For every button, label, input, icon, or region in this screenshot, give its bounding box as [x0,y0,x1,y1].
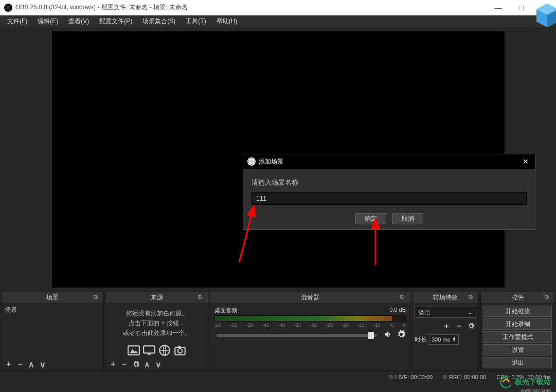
svg-rect-3 [128,346,139,354]
settings-button[interactable]: 设置 [483,344,552,355]
mixer-settings-icon[interactable] [397,330,406,341]
rec-dot-icon [443,375,447,379]
source-add-button[interactable]: + [108,359,118,369]
duration-label: 时长 [415,335,427,344]
watermark-icon [499,376,513,389]
scenes-popout-icon[interactable]: ⧉ [94,294,102,302]
bottom-panels: 场景⧉ 场景 + − ∧ ∨ 来源⧉ 您还没有添加任何源。 点击下面的 + 按钮… [0,292,556,371]
image-source-icon [127,344,140,357]
transitions-panel: 转场特效⧉ 淡出⌄ + − 时长 300 ms▲▼ [412,292,479,371]
controls-panel: 控件⧉ 开始推流 开始录制 工作室模式 设置 退出 [480,292,555,371]
volume-slider[interactable] [217,334,377,337]
watermark-text: 极光下载站 [515,378,551,387]
source-up-button[interactable]: ∧ [142,359,152,369]
source-type-icons [106,344,208,357]
mixer-title: 混音器 [301,293,319,302]
sources-popout-icon[interactable]: ⧉ [198,294,206,302]
exit-button[interactable]: 退出 [483,357,552,368]
meter-ticks: -60-55-50-45-40-35-30-25-20-15-10-50 [214,323,406,328]
menu-scenes[interactable]: 场景集合(S) [137,15,181,27]
window-title: OBS 25.0.8 (32-bit, windows) - 配置文件: 未命名… [15,3,487,12]
svg-rect-6 [148,353,151,354]
scene-name-input[interactable] [252,192,527,205]
watermark: 极光下载站 www.xz7.com [499,376,551,389]
scenes-title: 场景 [46,293,59,302]
menu-view[interactable]: 查看(V) [63,15,94,27]
dialog-ok-button[interactable]: 确定 [355,213,386,224]
menu-help[interactable]: 帮助(H) [211,15,243,27]
menu-edit[interactable]: 编辑(E) [32,15,63,27]
start-stream-button[interactable]: 开始推流 [483,306,552,317]
maximize-button[interactable]: □ [510,0,533,15]
audio-meter [214,315,406,322]
source-down-button[interactable]: ∨ [153,359,164,369]
browser-source-icon [158,344,171,357]
trans-popout-icon[interactable]: ⧉ [469,294,477,302]
svg-point-9 [178,348,183,353]
speaker-icon[interactable] [383,330,392,341]
dialog-close-button[interactable]: ✕ [521,157,531,166]
watermark-sub: www.xz7.com [521,388,551,392]
cube-overlay-icon [534,3,556,28]
trans-settings-button[interactable] [466,321,476,331]
sources-title: 来源 [151,293,163,302]
scene-down-button[interactable]: ∨ [38,359,48,369]
app-window: OBS 25.0.8 (32-bit, windows) - 配置文件: 未命名… [0,0,556,392]
menu-tools[interactable]: 工具(T) [181,15,211,27]
obs-logo-icon [4,4,12,12]
menu-file[interactable]: 文件(F) [2,15,32,27]
menu-profile[interactable]: 配置文件(P) [94,15,137,27]
sources-msg-2: 点击下面的 + 按钮， [110,318,204,328]
svg-rect-5 [144,346,155,353]
ctrl-popout-icon[interactable]: ⧉ [545,294,553,302]
mixer-popout-icon[interactable]: ⧉ [400,294,408,302]
scene-item[interactable]: 场景 [2,304,103,316]
live-dot-icon [389,375,393,379]
scene-add-button[interactable]: + [4,359,14,369]
sources-panel: 来源⧉ 您还没有添加任何源。 点击下面的 + 按钮， 或者右击此处添加一个。 +… [105,292,208,371]
dialog-cancel-button[interactable]: 取消 [392,213,423,224]
dialog-obs-icon [247,157,256,166]
start-record-button[interactable]: 开始录制 [483,318,552,330]
svg-marker-4 [130,349,137,353]
source-remove-button[interactable]: − [119,359,130,369]
display-source-icon [142,344,156,357]
trans-add-button[interactable]: + [441,321,452,331]
sources-msg-1: 您还没有添加任何源。 [110,309,204,318]
status-rec: REC: 00:00:00 [449,374,486,380]
scene-remove-button[interactable]: − [15,359,25,369]
minimize-button[interactable]: — [487,0,510,15]
scene-up-button[interactable]: ∧ [26,359,37,369]
svg-rect-10 [178,346,181,347]
camera-source-icon [173,344,187,357]
source-settings-button[interactable] [131,359,141,369]
duration-spinner[interactable]: 300 ms▲▼ [429,334,459,345]
mixer-level: 0.0 dB [389,307,406,314]
transitions-title: 转场特效 [433,293,458,302]
mixer-track-name: 桌面音频 [214,307,237,314]
sources-msg-3: 或者右击此处添加一个。 [110,328,204,338]
status-live: LIVE: 00:00:00 [395,374,433,380]
add-scene-dialog: 添加场景 ✕ 请输入场景名称 确定 取消 [243,154,535,230]
trans-remove-button[interactable]: − [454,321,464,331]
mixer-panel: 混音器⧉ 桌面音频 0.0 dB -60-55-50-45-40-35-30-2… [210,292,410,371]
controls-title: 控件 [512,293,524,302]
studio-mode-button[interactable]: 工作室模式 [483,331,552,343]
statusbar: LIVE: 00:00:00 REC: 00:00:00 CPU: 0.2%, … [0,371,556,382]
transition-select[interactable]: 淡出⌄ [415,307,476,318]
dialog-title: 添加场景 [259,157,521,166]
scenes-panel: 场景⧉ 场景 + − ∧ ∨ [1,292,104,371]
menubar: 文件(F) 编辑(E) 查看(V) 配置文件(P) 场景集合(S) 工具(T) … [0,15,556,27]
dialog-label: 请输入场景名称 [252,178,527,187]
titlebar: OBS 25.0.8 (32-bit, windows) - 配置文件: 未命名… [0,0,556,15]
